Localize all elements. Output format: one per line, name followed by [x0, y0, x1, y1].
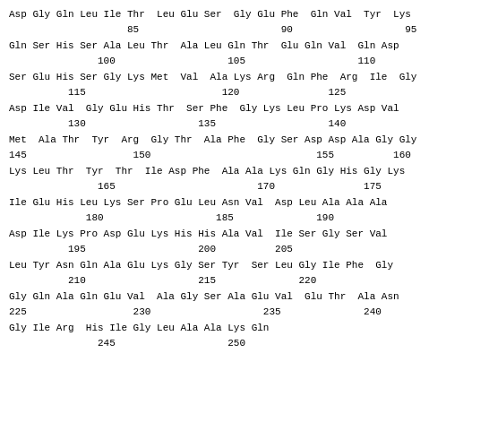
sequence-container: Asp Gly Gln Leu Ile Thr Leu Glu Ser Gly … [9, 7, 480, 350]
sequence-row-2: Gln Ser His Ser Ala Leu Thr Ala Leu Gln … [9, 39, 480, 68]
sequence-row-3: Ser Glu His Ser Gly Lys Met Val Ala Lys … [9, 70, 480, 99]
sequence-row-9: Leu Tyr Asn Gln Ala Glu Lys Gly Ser Tyr … [9, 258, 480, 288]
sequence-row-6: Lys Leu Thr Tyr Thr Ile Asp Phe Ala Ala … [9, 164, 480, 194]
sequence-row-4: Asp Ile Val Gly Glu His Thr Ser Phe Gly … [9, 101, 480, 131]
sequence-row-1: Asp Gly Gln Leu Ile Thr Leu Glu Ser Gly … [9, 7, 480, 37]
sequence-row-5: Met Ala Thr Tyr Arg Gly Thr Ala Phe Gly … [9, 133, 480, 162]
sequence-row-8: Asp Ile Lys Pro Asp Glu Lys His His Ala … [9, 227, 480, 256]
sequence-row-7: Ile Glu His Leu Lys Ser Pro Glu Leu Asn … [9, 195, 480, 225]
sequence-row-10: Gly Gln Ala Gln Glu Val Ala Gly Ser Ala … [9, 289, 480, 319]
sequence-row-11: Gly Ile Arg His Ile Gly Leu Ala Ala Lys … [9, 321, 480, 350]
